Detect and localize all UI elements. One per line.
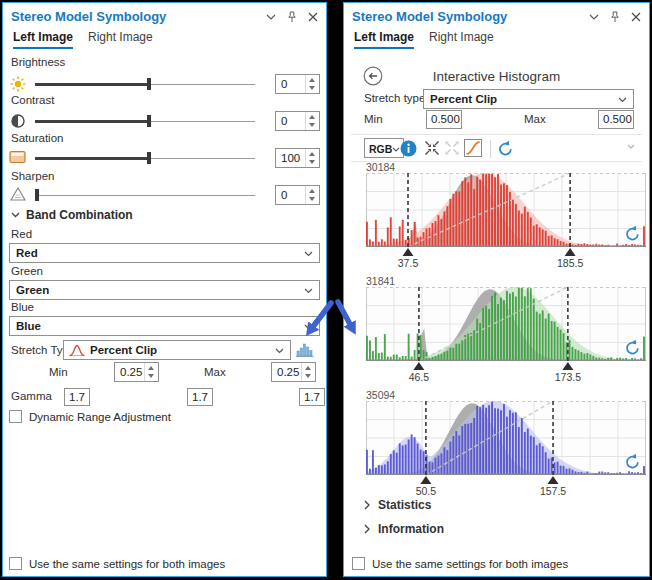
max-label: Max (524, 113, 546, 125)
max-clip-input[interactable]: 0.25 (271, 362, 316, 382)
stretch-type-dropdown[interactable]: Percent Clip (63, 340, 291, 360)
histogram-handle-triangle[interactable] (562, 362, 573, 370)
contrast-icon (9, 112, 28, 129)
image-tabs: Left Image Right Image (354, 30, 494, 49)
image-tabs: Left Image Right Image (13, 30, 153, 49)
stretch-curve-button[interactable] (464, 139, 482, 157)
sharpen-value: 0 (281, 189, 287, 201)
sharpen-label: Sharpen (11, 170, 54, 182)
gamma-blue-input[interactable]: 1.7 (299, 388, 325, 406)
stretch-type-value: Percent Clip (430, 93, 497, 105)
green-band-dropdown[interactable]: Green (9, 280, 320, 300)
tab-left-image[interactable]: Left Image (13, 30, 73, 49)
contrast-value-input[interactable]: 0 (275, 111, 320, 131)
information-section-header[interactable]: Information (364, 522, 444, 536)
gamma-green-input[interactable]: 1.7 (187, 388, 213, 406)
panel-menu-chevron-icon[interactable] (265, 11, 277, 23)
saturation-value: 100 (281, 152, 300, 164)
green-band-label: Green (11, 265, 43, 277)
stretch-curve-icon (68, 343, 86, 362)
saturation-slider[interactable] (35, 148, 255, 168)
brightness-sun-icon (9, 75, 28, 92)
saturation-icon (9, 149, 28, 166)
spinner-buttons[interactable] (305, 112, 319, 130)
close-icon[interactable] (307, 11, 319, 23)
max-input[interactable]: 0.500 (598, 110, 634, 129)
sharpen-slider[interactable] (35, 185, 255, 205)
toolbar-separator (490, 140, 491, 158)
histogram-handle-triangle[interactable] (420, 476, 431, 484)
green-histogram-plot[interactable] (366, 287, 646, 371)
chevron-right-icon (364, 500, 370, 510)
sharpen-value-input[interactable]: 0 (275, 185, 320, 205)
brightness-slider[interactable] (35, 74, 255, 94)
band-selector-dropdown[interactable]: RGB (364, 138, 404, 158)
gamma-red-input[interactable]: 1.7 (64, 388, 90, 406)
blue-band-label: Blue (11, 301, 34, 313)
tab-right-image[interactable]: Right Image (88, 30, 153, 49)
reset-all-button[interactable] (497, 140, 514, 157)
tab-right-image[interactable]: Right Image (429, 30, 494, 49)
chevron-right-icon (364, 524, 370, 534)
blue-band-dropdown[interactable]: Blue (9, 316, 320, 336)
saturation-value-input[interactable]: 100 (275, 148, 320, 168)
min-label: Min (364, 113, 383, 125)
pin-icon[interactable] (286, 11, 298, 23)
toolbar-divider-top (351, 134, 642, 135)
chevron-down-icon (275, 348, 284, 354)
collapse-view-button[interactable] (424, 140, 440, 156)
min-clip-input[interactable]: 0.25 (114, 362, 159, 382)
info-icon (400, 140, 417, 157)
dynamic-range-checkbox[interactable] (9, 410, 22, 423)
saturation-row: 100 (9, 148, 320, 168)
same-settings-checkbox[interactable] (352, 557, 365, 570)
contrast-slider[interactable] (35, 111, 255, 131)
spinner-buttons[interactable] (305, 186, 319, 204)
saturation-label: Saturation (11, 132, 63, 144)
spinner-buttons[interactable] (305, 149, 319, 167)
histogram-bars-icon (296, 341, 314, 357)
spinner-buttons[interactable] (144, 363, 158, 381)
same-settings-row: Use the same settings for both images (9, 557, 225, 570)
panel-menu-chevron-icon[interactable] (588, 11, 600, 23)
max-clip-label: Max (204, 366, 226, 378)
max-handle-value: 157.5 (540, 485, 566, 497)
pin-icon[interactable] (609, 11, 621, 23)
toolbar-overflow-chevron[interactable] (627, 144, 635, 149)
brightness-value: 0 (281, 78, 287, 90)
blue-histogram-plot[interactable] (366, 401, 646, 485)
close-icon[interactable] (630, 11, 642, 23)
panel-title: Stereo Model Symbology (11, 9, 166, 24)
interactive-histogram-heading: Interactive Histogram (344, 69, 649, 84)
min-handle-value: 37.5 (398, 257, 418, 269)
statistics-section-header[interactable]: Statistics (364, 498, 431, 512)
expand-view-button[interactable] (444, 140, 460, 156)
same-settings-checkbox[interactable] (9, 557, 22, 570)
tab-left-image[interactable]: Left Image (354, 30, 414, 49)
stretch-type-label: Stretch type (364, 92, 425, 104)
histogram-handle-triangle[interactable] (413, 362, 424, 370)
spinner-buttons[interactable] (301, 363, 315, 381)
max-handle-value: 185.5 (557, 257, 583, 269)
left-symbology-panel: Stereo Model Symbology Left Image Right … (2, 2, 327, 577)
stretch-type-dropdown[interactable]: Percent Clip (423, 89, 634, 109)
chevron-down-icon (11, 212, 20, 218)
same-settings-label: Use the same settings for both images (372, 558, 568, 570)
info-button[interactable] (400, 140, 417, 157)
histogram-green: 31841 46.5 173.5 (366, 275, 646, 383)
panel-title: Stereo Model Symbology (352, 9, 507, 24)
histogram-handle-triangle[interactable] (565, 248, 576, 256)
spinner-buttons[interactable] (305, 75, 319, 93)
interactive-histogram-button[interactable] (294, 340, 316, 360)
histogram-blue: 35094 50.5 157.5 (366, 389, 646, 497)
brightness-value-input[interactable]: 0 (275, 74, 320, 94)
brightness-label: Brightness (11, 56, 65, 68)
band-combination-header[interactable]: Band Combination (11, 208, 133, 222)
min-input[interactable]: 0.500 (426, 110, 462, 129)
histogram-handle-triangle[interactable] (548, 476, 559, 484)
red-histogram-plot[interactable] (366, 173, 646, 257)
histogram-handle-triangle[interactable] (403, 248, 414, 256)
red-band-dropdown[interactable]: Red (9, 243, 320, 263)
min-handle-value: 50.5 (416, 485, 436, 497)
dynamic-range-label: Dynamic Range Adjustment (29, 411, 171, 423)
